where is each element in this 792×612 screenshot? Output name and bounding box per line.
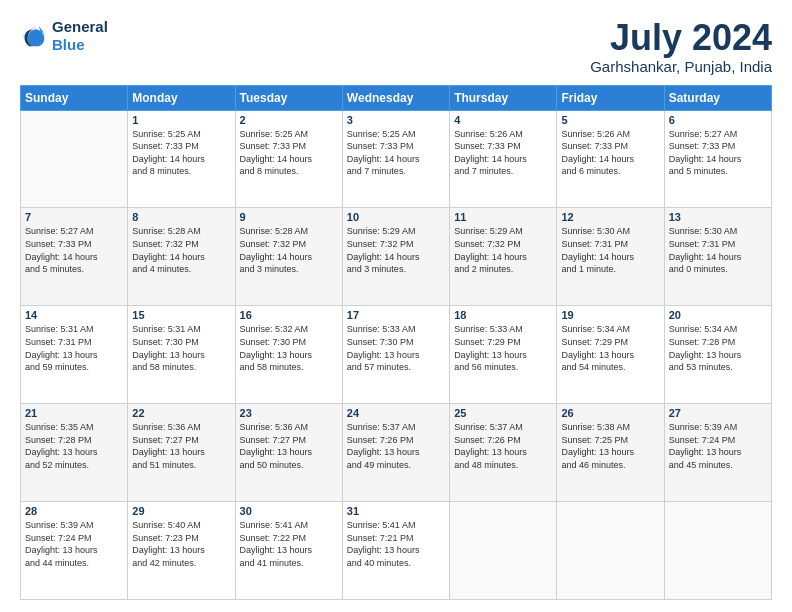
day-number: 16 <box>240 309 338 321</box>
day-number: 4 <box>454 114 552 126</box>
day-number: 23 <box>240 407 338 419</box>
day-info: Sunrise: 5:33 AM Sunset: 7:29 PM Dayligh… <box>454 323 552 373</box>
calendar-cell: 26Sunrise: 5:38 AM Sunset: 7:25 PM Dayli… <box>557 404 664 502</box>
day-info: Sunrise: 5:31 AM Sunset: 7:30 PM Dayligh… <box>132 323 230 373</box>
col-monday: Monday <box>128 85 235 110</box>
calendar-cell: 3Sunrise: 5:25 AM Sunset: 7:33 PM Daylig… <box>342 110 449 208</box>
day-info: Sunrise: 5:32 AM Sunset: 7:30 PM Dayligh… <box>240 323 338 373</box>
day-number: 21 <box>25 407 123 419</box>
logo-text: General Blue <box>52 18 108 54</box>
calendar-week-row: 1Sunrise: 5:25 AM Sunset: 7:33 PM Daylig… <box>21 110 772 208</box>
day-info: Sunrise: 5:38 AM Sunset: 7:25 PM Dayligh… <box>561 421 659 471</box>
calendar-cell: 29Sunrise: 5:40 AM Sunset: 7:23 PM Dayli… <box>128 502 235 600</box>
col-saturday: Saturday <box>664 85 771 110</box>
day-number: 1 <box>132 114 230 126</box>
day-number: 7 <box>25 211 123 223</box>
calendar-cell: 15Sunrise: 5:31 AM Sunset: 7:30 PM Dayli… <box>128 306 235 404</box>
day-number: 5 <box>561 114 659 126</box>
calendar-cell: 8Sunrise: 5:28 AM Sunset: 7:32 PM Daylig… <box>128 208 235 306</box>
calendar-cell: 6Sunrise: 5:27 AM Sunset: 7:33 PM Daylig… <box>664 110 771 208</box>
day-number: 31 <box>347 505 445 517</box>
day-number: 17 <box>347 309 445 321</box>
logo-general: General <box>52 18 108 35</box>
day-info: Sunrise: 5:30 AM Sunset: 7:31 PM Dayligh… <box>561 225 659 275</box>
day-number: 30 <box>240 505 338 517</box>
calendar-cell: 11Sunrise: 5:29 AM Sunset: 7:32 PM Dayli… <box>450 208 557 306</box>
col-friday: Friday <box>557 85 664 110</box>
logo-blue-text: Blue <box>52 36 108 54</box>
day-number: 8 <box>132 211 230 223</box>
calendar-header-row: Sunday Monday Tuesday Wednesday Thursday… <box>21 85 772 110</box>
col-thursday: Thursday <box>450 85 557 110</box>
day-info: Sunrise: 5:37 AM Sunset: 7:26 PM Dayligh… <box>454 421 552 471</box>
calendar-cell: 14Sunrise: 5:31 AM Sunset: 7:31 PM Dayli… <box>21 306 128 404</box>
logo: General Blue <box>20 18 108 54</box>
calendar-cell: 23Sunrise: 5:36 AM Sunset: 7:27 PM Dayli… <box>235 404 342 502</box>
day-number: 22 <box>132 407 230 419</box>
day-number: 11 <box>454 211 552 223</box>
day-info: Sunrise: 5:34 AM Sunset: 7:28 PM Dayligh… <box>669 323 767 373</box>
day-number: 14 <box>25 309 123 321</box>
day-number: 28 <box>25 505 123 517</box>
day-info: Sunrise: 5:39 AM Sunset: 7:24 PM Dayligh… <box>25 519 123 569</box>
day-info: Sunrise: 5:27 AM Sunset: 7:33 PM Dayligh… <box>669 128 767 178</box>
calendar-cell: 9Sunrise: 5:28 AM Sunset: 7:32 PM Daylig… <box>235 208 342 306</box>
logo-icon <box>20 22 48 50</box>
calendar-cell: 7Sunrise: 5:27 AM Sunset: 7:33 PM Daylig… <box>21 208 128 306</box>
subtitle: Garhshankar, Punjab, India <box>590 58 772 75</box>
day-info: Sunrise: 5:41 AM Sunset: 7:22 PM Dayligh… <box>240 519 338 569</box>
day-info: Sunrise: 5:28 AM Sunset: 7:32 PM Dayligh… <box>132 225 230 275</box>
day-number: 10 <box>347 211 445 223</box>
day-info: Sunrise: 5:37 AM Sunset: 7:26 PM Dayligh… <box>347 421 445 471</box>
calendar-cell <box>450 502 557 600</box>
day-info: Sunrise: 5:35 AM Sunset: 7:28 PM Dayligh… <box>25 421 123 471</box>
calendar-cell: 5Sunrise: 5:26 AM Sunset: 7:33 PM Daylig… <box>557 110 664 208</box>
day-info: Sunrise: 5:31 AM Sunset: 7:31 PM Dayligh… <box>25 323 123 373</box>
day-number: 29 <box>132 505 230 517</box>
calendar-cell: 25Sunrise: 5:37 AM Sunset: 7:26 PM Dayli… <box>450 404 557 502</box>
day-number: 20 <box>669 309 767 321</box>
day-info: Sunrise: 5:25 AM Sunset: 7:33 PM Dayligh… <box>240 128 338 178</box>
calendar-cell: 4Sunrise: 5:26 AM Sunset: 7:33 PM Daylig… <box>450 110 557 208</box>
col-tuesday: Tuesday <box>235 85 342 110</box>
day-info: Sunrise: 5:29 AM Sunset: 7:32 PM Dayligh… <box>347 225 445 275</box>
day-number: 18 <box>454 309 552 321</box>
day-number: 3 <box>347 114 445 126</box>
day-info: Sunrise: 5:25 AM Sunset: 7:33 PM Dayligh… <box>132 128 230 178</box>
day-info: Sunrise: 5:40 AM Sunset: 7:23 PM Dayligh… <box>132 519 230 569</box>
day-info: Sunrise: 5:41 AM Sunset: 7:21 PM Dayligh… <box>347 519 445 569</box>
calendar-cell: 28Sunrise: 5:39 AM Sunset: 7:24 PM Dayli… <box>21 502 128 600</box>
calendar-cell: 17Sunrise: 5:33 AM Sunset: 7:30 PM Dayli… <box>342 306 449 404</box>
title-block: July 2024 Garhshankar, Punjab, India <box>590 18 772 75</box>
day-info: Sunrise: 5:34 AM Sunset: 7:29 PM Dayligh… <box>561 323 659 373</box>
day-number: 15 <box>132 309 230 321</box>
calendar-cell: 19Sunrise: 5:34 AM Sunset: 7:29 PM Dayli… <box>557 306 664 404</box>
calendar-cell: 27Sunrise: 5:39 AM Sunset: 7:24 PM Dayli… <box>664 404 771 502</box>
day-info: Sunrise: 5:33 AM Sunset: 7:30 PM Dayligh… <box>347 323 445 373</box>
day-info: Sunrise: 5:30 AM Sunset: 7:31 PM Dayligh… <box>669 225 767 275</box>
day-info: Sunrise: 5:36 AM Sunset: 7:27 PM Dayligh… <box>240 421 338 471</box>
calendar-week-row: 7Sunrise: 5:27 AM Sunset: 7:33 PM Daylig… <box>21 208 772 306</box>
day-info: Sunrise: 5:25 AM Sunset: 7:33 PM Dayligh… <box>347 128 445 178</box>
calendar-week-row: 21Sunrise: 5:35 AM Sunset: 7:28 PM Dayli… <box>21 404 772 502</box>
calendar-cell: 16Sunrise: 5:32 AM Sunset: 7:30 PM Dayli… <box>235 306 342 404</box>
day-number: 24 <box>347 407 445 419</box>
day-number: 26 <box>561 407 659 419</box>
day-number: 13 <box>669 211 767 223</box>
page: General Blue July 2024 Garhshankar, Punj… <box>0 0 792 612</box>
calendar-cell: 13Sunrise: 5:30 AM Sunset: 7:31 PM Dayli… <box>664 208 771 306</box>
day-info: Sunrise: 5:26 AM Sunset: 7:33 PM Dayligh… <box>561 128 659 178</box>
day-number: 9 <box>240 211 338 223</box>
calendar-cell: 22Sunrise: 5:36 AM Sunset: 7:27 PM Dayli… <box>128 404 235 502</box>
calendar-cell: 20Sunrise: 5:34 AM Sunset: 7:28 PM Dayli… <box>664 306 771 404</box>
calendar-cell: 24Sunrise: 5:37 AM Sunset: 7:26 PM Dayli… <box>342 404 449 502</box>
calendar-cell: 2Sunrise: 5:25 AM Sunset: 7:33 PM Daylig… <box>235 110 342 208</box>
col-wednesday: Wednesday <box>342 85 449 110</box>
day-number: 25 <box>454 407 552 419</box>
day-number: 12 <box>561 211 659 223</box>
calendar-cell <box>21 110 128 208</box>
calendar-week-row: 28Sunrise: 5:39 AM Sunset: 7:24 PM Dayli… <box>21 502 772 600</box>
day-number: 6 <box>669 114 767 126</box>
calendar-cell: 12Sunrise: 5:30 AM Sunset: 7:31 PM Dayli… <box>557 208 664 306</box>
day-number: 27 <box>669 407 767 419</box>
